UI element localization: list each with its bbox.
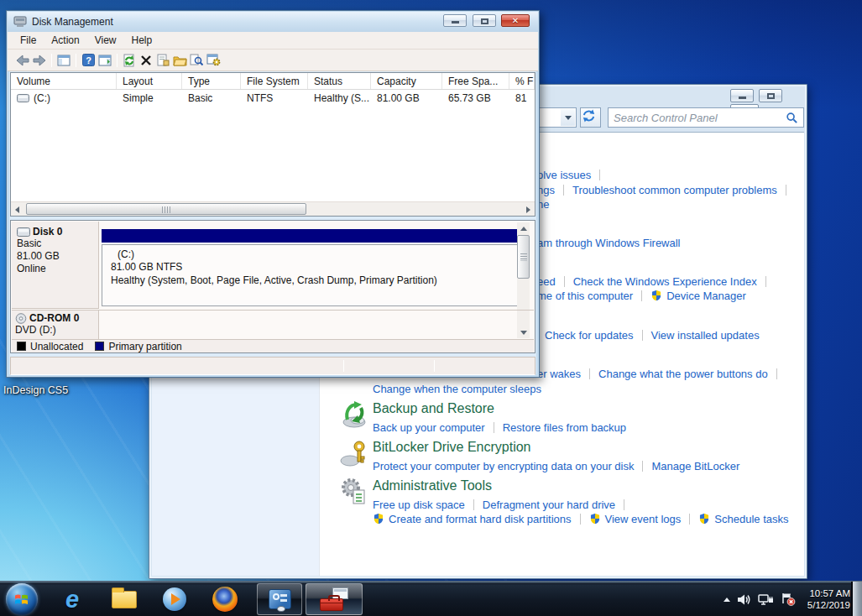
link-wakes-fragment[interactable]: er wakes xyxy=(537,368,581,380)
menu-help[interactable]: Help xyxy=(124,33,160,48)
taskbar-control-panel-button[interactable] xyxy=(257,583,302,615)
column-header-percent-free[interactable]: % F xyxy=(509,73,535,89)
taskbar-admin-tools-button[interactable] xyxy=(306,583,363,615)
legend-swatch-primary xyxy=(95,342,104,351)
column-header-freespace[interactable]: Free Spa... xyxy=(442,73,509,89)
partition-legend: Unallocated Primary partition xyxy=(12,339,534,352)
column-header-layout[interactable]: Layout xyxy=(117,73,182,89)
section-title-admin-tools[interactable]: Administrative Tools xyxy=(373,478,492,493)
link-row: Back up your computer Restore files from… xyxy=(373,420,626,434)
start-button[interactable] xyxy=(6,583,38,615)
forward-icon[interactable] xyxy=(31,53,48,68)
cdrom-label-box[interactable]: CD-ROM 0 DVD (D:) xyxy=(12,311,99,341)
link-computer-name-fragment[interactable]: me of this computer xyxy=(537,290,633,302)
horizontal-scrollbar[interactable] xyxy=(11,201,535,216)
scroll-left-icon[interactable] xyxy=(11,203,24,216)
show-desktop-button[interactable] xyxy=(851,582,862,616)
close-icon: ✕ xyxy=(512,17,519,25)
column-header-volume[interactable]: Volume xyxy=(11,73,117,89)
link-firewall-fragment[interactable]: am through Windows Firewall xyxy=(537,237,681,249)
taskbar-windows-explorer[interactable] xyxy=(109,585,139,613)
link-schedule-tasks[interactable]: Schedule tasks xyxy=(714,513,788,525)
delete-icon[interactable] xyxy=(138,53,154,68)
volume-icon xyxy=(17,94,29,102)
taskbar-internet-explorer[interactable]: e xyxy=(57,585,87,613)
cdrom-icon xyxy=(15,313,27,324)
settings-icon[interactable] xyxy=(205,53,222,68)
network-tray-icon[interactable] xyxy=(758,593,774,606)
volume-tray-icon[interactable] xyxy=(737,593,751,606)
partition-color-bar[interactable] xyxy=(102,229,520,243)
partition-c[interactable]: (C:) 81.00 GB NTFS Healthy (System, Boot… xyxy=(102,244,520,306)
address-dropdown-button[interactable] xyxy=(561,109,575,126)
table-row[interactable]: (C:) Simple Basic NTFS Healthy (S... 81.… xyxy=(11,90,535,106)
minimize-icon xyxy=(452,21,459,23)
folder-icon xyxy=(112,591,137,608)
link-encrypt-disk[interactable]: Protect your computer by encrypting data… xyxy=(373,460,634,472)
link-troubleshoot[interactable]: Troubleshoot common computer problems xyxy=(572,184,777,196)
disk-icon xyxy=(17,227,30,237)
link-check-updates[interactable]: Check for updates xyxy=(545,329,634,342)
volume-cell: (C:) xyxy=(11,92,117,104)
column-header-filesystem[interactable]: File System xyxy=(241,73,308,89)
link-view-installed-updates[interactable]: View installed updates xyxy=(651,329,760,342)
properties-icon[interactable] xyxy=(154,53,171,68)
menu-file[interactable]: File xyxy=(13,33,44,48)
taskbar-firefox[interactable] xyxy=(210,585,240,613)
open-folder-icon[interactable] xyxy=(171,53,188,68)
link-create-partitions[interactable]: Create and format hard disk partitions xyxy=(389,513,572,525)
search-input[interactable] xyxy=(614,109,781,126)
show-hidden-icons-button[interactable] xyxy=(724,598,730,602)
taskbar-media-player[interactable] xyxy=(159,585,190,613)
disk0-label-box[interactable]: Disk 0 Basic 81.00 GB Online xyxy=(12,222,99,309)
close-button[interactable]: ✕ xyxy=(501,14,530,27)
scrollbar-thumb[interactable] xyxy=(517,235,530,279)
control-panel-icon xyxy=(269,589,291,609)
taskbar-clock[interactable]: 10:57 AM 5/12/2019 xyxy=(807,587,850,611)
menu-action[interactable]: Action xyxy=(44,33,86,48)
minimize-button[interactable] xyxy=(443,14,467,27)
desktop-icon-label-indesign[interactable]: InDesign CS5 xyxy=(3,384,68,396)
section-title-bitlocker[interactable]: BitLocker Drive Encryption xyxy=(373,440,531,455)
link-computer-sleeps[interactable]: Change when the computer sleeps xyxy=(373,383,541,395)
column-header-capacity[interactable]: Capacity xyxy=(371,73,442,89)
link-speed-fragment[interactable]: eed xyxy=(537,275,556,288)
link-backup-computer[interactable]: Back up your computer xyxy=(373,421,485,434)
help-icon[interactable]: ? xyxy=(80,53,97,68)
maximize-button[interactable] xyxy=(759,89,782,102)
link-manage-bitlocker[interactable]: Manage BitLocker xyxy=(651,460,739,472)
show-action-pane-icon[interactable] xyxy=(97,53,113,68)
refresh-button[interactable] xyxy=(580,107,601,128)
link-device-manager[interactable]: Device Manager xyxy=(666,290,746,302)
section-title-backup-restore[interactable]: Backup and Restore xyxy=(373,401,494,416)
link-resolve-issues[interactable]: olve issues xyxy=(537,169,591,181)
scroll-right-icon[interactable] xyxy=(522,203,535,216)
scroll-up-icon[interactable] xyxy=(517,222,530,234)
bitlocker-icon xyxy=(339,438,369,468)
search-icon[interactable] xyxy=(786,112,798,124)
column-header-status[interactable]: Status xyxy=(308,73,371,89)
chevron-down-icon xyxy=(565,116,572,120)
link-defragment[interactable]: Defragment your hard drive xyxy=(483,499,615,511)
link-experience-index[interactable]: Check the Windows Experience Index xyxy=(573,275,757,288)
disk0-status: Online xyxy=(17,263,93,275)
link-view-event-logs[interactable]: View event logs xyxy=(605,513,682,525)
volume-list-header: Volume Layout Type File System Status Ca… xyxy=(11,73,535,90)
action-center-tray-icon[interactable] xyxy=(781,593,796,606)
find-icon[interactable] xyxy=(188,53,205,68)
link-power-buttons[interactable]: Change what the power buttons do xyxy=(598,368,768,380)
column-header-type[interactable]: Type xyxy=(182,73,241,89)
link-row: olve issues xyxy=(537,168,609,181)
back-icon[interactable] xyxy=(14,53,31,68)
link-free-disk-space[interactable]: Free up disk space xyxy=(373,499,465,511)
link-settings-fragment[interactable]: ngs xyxy=(537,184,555,196)
link-restore-files[interactable]: Restore files from backup xyxy=(503,421,626,434)
maximize-button[interactable] xyxy=(473,14,496,27)
minimize-button[interactable] xyxy=(730,89,754,102)
maximize-icon xyxy=(767,93,775,99)
maximize-icon xyxy=(481,18,488,24)
menu-view[interactable]: View xyxy=(87,33,124,48)
scrollbar-thumb[interactable] xyxy=(26,203,306,215)
refresh-icon[interactable] xyxy=(121,53,138,68)
show-console-tree-icon[interactable] xyxy=(55,53,72,68)
